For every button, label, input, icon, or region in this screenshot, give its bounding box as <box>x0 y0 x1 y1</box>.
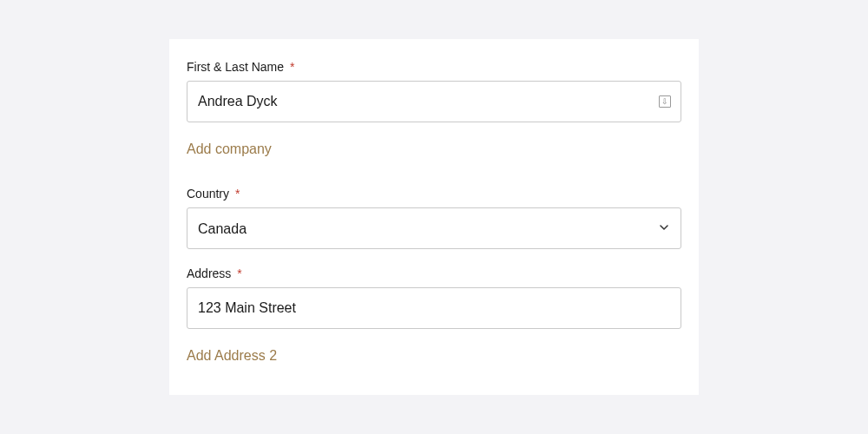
required-asterisk: * <box>290 60 294 74</box>
address-field-group: Address * <box>187 266 681 329</box>
country-field-group: Country * Canada <box>187 187 681 249</box>
name-field-group: First & Last Name * ⇩ <box>187 60 681 122</box>
add-company-button[interactable]: Add company <box>187 141 272 157</box>
name-label-text: First & Last Name <box>187 60 284 74</box>
add-address2-button[interactable]: Add Address 2 <box>187 348 277 364</box>
name-input[interactable] <box>187 81 681 122</box>
address-label: Address * <box>187 266 681 280</box>
name-label: First & Last Name * <box>187 60 681 74</box>
country-select-wrap: Canada <box>187 207 681 249</box>
address-input[interactable] <box>187 287 681 329</box>
address-label-text: Address <box>187 266 231 280</box>
required-asterisk: * <box>235 187 240 201</box>
country-select[interactable]: Canada <box>187 207 681 249</box>
required-asterisk: * <box>237 266 241 280</box>
name-input-wrap: ⇩ <box>187 81 681 122</box>
address-input-wrap <box>187 287 681 329</box>
form-card: First & Last Name * ⇩ Add company Countr… <box>169 39 699 395</box>
country-label: Country * <box>187 187 681 201</box>
country-label-text: Country <box>187 187 229 201</box>
